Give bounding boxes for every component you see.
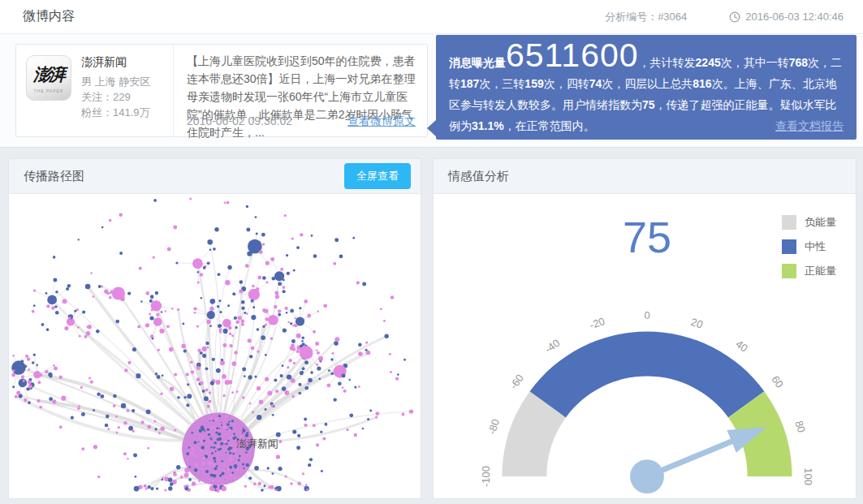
weibo-content-section: 微博内容 分析编号：#3064 2016-06-03 12:40:46 澎湃 T… <box>0 0 863 148</box>
svg-text:40: 40 <box>733 338 749 355</box>
legend-label: 正能量 <box>805 264 836 278</box>
dashboard-page: 微博内容 分析编号：#3064 2016-06-03 12:40:46 澎湃 T… <box>0 0 863 504</box>
svg-text:-80: -80 <box>485 417 502 435</box>
avatar: 澎湃 THE PAPER <box>26 55 71 101</box>
legend-label: 中性 <box>805 239 826 254</box>
sentiment-panel-title: 情感值分析 <box>448 169 509 184</box>
svg-text:-20: -20 <box>588 315 606 331</box>
page-title: 微博内容 <box>23 8 75 25</box>
summary-stat: 74 <box>589 77 602 90</box>
summary-segment: ，在正常范围内。 <box>504 119 595 132</box>
propagation-panel-body: 澎湃新闻 <box>9 194 421 498</box>
exposure-label: 消息曝光量 <box>449 56 506 69</box>
clock-icon <box>729 11 740 23</box>
profile-info: 澎湃新闻 男 上海 静安区 关注：229 粉丝：141.9万 <box>81 55 150 136</box>
legend-swatch <box>782 215 796 230</box>
profile-block: 澎湃 THE PAPER 澎湃新闻 男 上海 静安区 关注：229 粉丝：141… <box>16 45 174 136</box>
profile-fans: 粉丝：141.9万 <box>81 105 150 120</box>
analysis-number: 分析编号：#3064 <box>605 10 687 24</box>
analysis-timestamp: 2016-06-03 12:40:46 <box>745 11 844 23</box>
summary-segment: 次，其中一转 <box>721 56 789 69</box>
summary-stat: 2245 <box>696 56 721 69</box>
propagation-network-graph[interactable]: 澎湃新闻 <box>9 194 421 498</box>
summary-segment: 次，四层以上总共 <box>602 77 693 90</box>
summary-segment: 次，三转 <box>479 77 524 90</box>
section-body: 澎湃 THE PAPER 澎湃新闻 男 上海 静安区 关注：229 粉丝：141… <box>0 34 863 147</box>
post-footer: 2016-06-02 09:36:02 查看微博原文 <box>187 114 416 129</box>
summary-stat: 816 <box>693 77 711 90</box>
svg-text:-60: -60 <box>507 372 526 391</box>
section-header: 微博内容 分析编号：#3064 2016-06-03 12:40:46 <box>0 0 863 34</box>
legend-swatch <box>782 264 796 278</box>
exposure-value: 6511600 <box>506 37 639 74</box>
summary-stat: 31.1% <box>472 119 504 132</box>
weibo-post-card: 澎湃 THE PAPER 澎湃新闻 男 上海 静安区 关注：229 粉丝：141… <box>15 44 428 137</box>
svg-text:-40: -40 <box>542 337 562 355</box>
summary-segment: 次，四转 <box>544 77 589 90</box>
post-block: 【上海儿童医院收到迟到50年的住院费，患者连本带息还30倍】近日，上海一对兄弟在… <box>174 45 427 136</box>
avatar-logo-text: 澎湃 <box>27 63 71 86</box>
propagation-panel-header: 传播路径图 全屏查看 <box>9 159 421 194</box>
svg-text:20: 20 <box>689 316 704 331</box>
legend-item: 正能量 <box>782 264 836 278</box>
propagation-panel-title: 传播路径图 <box>24 169 84 184</box>
post-time: 2016-06-02 09:36:02 <box>187 114 292 129</box>
legend-swatch <box>782 239 796 254</box>
hub-label: 澎湃新闻 <box>236 437 278 450</box>
summary-stat: 768 <box>789 56 808 69</box>
summary-segment: ，共计转发 <box>639 56 696 69</box>
analysis-time: 2016-06-03 12:40:46 <box>729 11 844 23</box>
propagation-panel: 传播路径图 全屏查看 澎湃新闻 <box>8 158 421 499</box>
sentiment-score: 75 <box>623 212 671 262</box>
analysis-summary-panel: 消息曝光量6511600，共计转发2245次，其中一转768次，二转187次，三… <box>436 35 857 140</box>
svg-text:80: 80 <box>792 420 808 434</box>
view-report-link[interactable]: 查看文档报告 <box>775 119 844 134</box>
summary-stat: 187 <box>460 77 479 90</box>
legend-item: 负能量 <box>782 215 836 230</box>
profile-name: 澎湃新闻 <box>81 55 150 70</box>
fullscreen-button[interactable]: 全屏查看 <box>344 163 411 189</box>
sentiment-panel-header: 情感值分析 <box>434 159 856 194</box>
avatar-logo-subtext: THE PAPER <box>27 88 71 93</box>
sentiment-panel: 情感值分析 负能量中性正能量 75 -100-80-60-40-20020406… <box>433 158 857 499</box>
legend-label: 负能量 <box>805 215 836 230</box>
svg-text:100: 100 <box>802 467 814 485</box>
svg-text:-100: -100 <box>480 466 492 487</box>
profile-follows: 关注：229 <box>81 89 150 105</box>
view-original-post-link[interactable]: 查看微博原文 <box>347 114 416 129</box>
summary-stat: 75 <box>642 98 655 111</box>
legend-item: 中性 <box>782 239 836 254</box>
sentiment-panel-body: 负能量中性正能量 75 -100-80-60-40-20020406080100 <box>434 194 856 498</box>
svg-text:0: 0 <box>644 309 649 321</box>
svg-text:60: 60 <box>769 373 786 390</box>
gauge-legend: 负能量中性正能量 <box>782 215 836 278</box>
summary-stat: 159 <box>524 77 543 90</box>
profile-meta: 男 上海 静安区 <box>81 74 150 89</box>
